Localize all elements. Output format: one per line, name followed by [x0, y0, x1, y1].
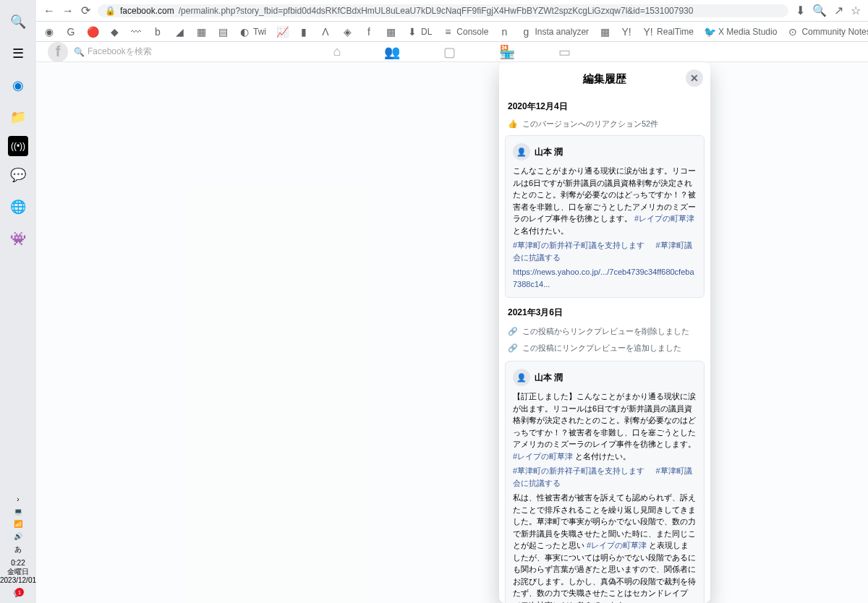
url-bar[interactable]: 🔒 facebook.com/permalink.php?story_fbid=… [98, 4, 788, 17]
hashtag-link[interactable]: #レイプの町草津 [634, 214, 694, 223]
bookmark-item[interactable]: 🔴 [87, 26, 98, 38]
app-icon-1[interactable]: ((•)) [8, 136, 28, 156]
history-note: 🔗この投稿からリンクプレビューを削除しました [505, 323, 705, 340]
bookmark-item[interactable]: 🐦X Media Studio [704, 26, 777, 38]
bookmark-item[interactable]: ◉ [43, 26, 55, 38]
chevron-icon[interactable]: › [17, 495, 19, 503]
author-name[interactable]: 山本 潤 [535, 371, 563, 384]
bookmark-item[interactable]: n [498, 26, 510, 38]
bookmark-item[interactable]: ◈ [341, 26, 353, 38]
bookmark-icon: n [498, 26, 510, 38]
bookmark-item[interactable]: Y!RealTime [642, 26, 694, 38]
modal-header: 編集履歴 ✕ [499, 62, 710, 96]
author-name[interactable]: 山本 潤 [535, 145, 563, 158]
bookmark-item[interactable]: Y! [621, 26, 632, 38]
home-icon[interactable]: ⌂ [333, 44, 341, 60]
hashtag-link[interactable]: #草津町の新井祥子町議を支持します [513, 241, 644, 249]
bookmark-item[interactable]: ▮ [298, 26, 310, 38]
bookmark-item[interactable]: 〰 [130, 26, 142, 38]
bookmark-label: X Media Studio [718, 27, 777, 37]
note-text: この投稿からリンクプレビューを削除しました [522, 326, 689, 337]
url-path: /permalink.php?story_fbid=pfbid0d4dsRKfC… [179, 6, 694, 16]
bookmark-item[interactable]: Λ [320, 26, 331, 38]
taskbar-clock[interactable]: 0:22 金曜日 2023/12/01 [0, 559, 36, 585]
share-icon[interactable]: ↗ [834, 4, 843, 17]
content-area: 編集履歴 ✕ 2020年12月4日 👍このバージョンへのリアクション52件 👤 … [36, 62, 868, 603]
time-text: 0:22 [0, 559, 36, 568]
edge-icon[interactable]: ◉ [5, 72, 31, 98]
search-icon[interactable]: 🔍 [5, 9, 31, 35]
back-icon[interactable]: ← [43, 4, 55, 17]
bookmark-item[interactable]: ▤ [217, 26, 229, 38]
bookmark-label: Community Notes [801, 27, 868, 37]
hashtag-link[interactable]: #レイプの町草津 [587, 541, 647, 549]
bookmark-item[interactable]: 📈 [276, 26, 288, 38]
bookmark-item[interactable]: ◆ [109, 26, 120, 38]
explorer-icon[interactable]: 📁 [5, 104, 31, 130]
chrome-icon[interactable]: 🌐 [5, 194, 31, 220]
hashtags-row: #草津町の新井祥子町議を支持します #草津町議会に抗議する [513, 465, 697, 489]
os-taskbar: 🔍 ☰ ◉ 📁 ((•)) 💬 🌐 👾 › 💻 📶 🔊 あ 0:22 金曜日 2… [0, 0, 36, 603]
volume-icon[interactable]: 🔊 [14, 532, 22, 540]
history-date: 2020年12月4日 [505, 96, 705, 117]
app-icon-2[interactable]: 💬 [5, 162, 31, 188]
app-icon-3[interactable]: 👾 [5, 226, 31, 252]
groups-icon[interactable]: ▭ [558, 44, 571, 60]
bookmarks-bar: ◉G🔴◆〰b◢▦▤◐Twi📈▮Λ◈f▦⬇DL≡ConsolengInsta an… [36, 22, 868, 42]
bookmark-item[interactable]: ◐Twi [239, 26, 266, 38]
bookmark-label: DL [421, 27, 432, 37]
video-icon[interactable]: ▢ [443, 44, 456, 60]
url-link[interactable]: https://news.yahoo.co.jp/.../7ceb4739c34… [513, 266, 697, 290]
tasks-icon[interactable]: ☰ [5, 40, 31, 67]
bookmark-item[interactable]: ◢ [174, 26, 185, 38]
tray-icon-1[interactable]: 💻 [14, 508, 22, 516]
bookmark-icon: ▦ [195, 26, 207, 38]
bookmark-item[interactable]: gInsta analyzer [520, 26, 589, 38]
version-body-2: 私は、性被害者が被害を訴えても認められず、訴えたことで排斥されることを繰り返し見… [513, 492, 697, 603]
zoom-icon[interactable]: 🔍 [812, 4, 827, 17]
note-text: この投稿にリンクプレビューを追加しました [522, 343, 681, 354]
ime-icon[interactable]: あ [14, 544, 22, 555]
bookmark-item[interactable]: ⬇DL [407, 26, 432, 38]
bookmark-icon: ◐ [239, 26, 250, 38]
avatar[interactable]: 👤 [513, 369, 530, 386]
bookmark-item[interactable]: ⊙Community Notes [787, 26, 868, 38]
download-icon[interactable]: ⬇ [796, 4, 805, 17]
history-section: 2021年3月6日 🔗この投稿からリンクプレビューを削除しました🔗この投稿にリン… [505, 302, 705, 603]
star-icon[interactable]: ☆ [851, 4, 861, 17]
hashtag-link[interactable]: #レイプの町草津 [513, 452, 573, 461]
friends-icon[interactable]: 👥 [384, 44, 400, 60]
bookmark-icon: f [363, 26, 375, 38]
fb-search[interactable]: 🔍 Facebookを検索 [74, 46, 152, 58]
tray-icon-2[interactable]: 📶 [14, 520, 22, 528]
bookmark-item[interactable]: b [152, 26, 163, 38]
fb-logo[interactable]: f [48, 42, 68, 62]
hashtag-link[interactable]: #草津町の新井祥子町議を支持します [513, 466, 644, 475]
bookmark-item[interactable]: ▦ [599, 26, 610, 38]
history-section: 2020年12月4日 👍このバージョンへのリアクション52件 👤 山本 潤 こん… [505, 96, 705, 298]
bookmark-item[interactable]: f [363, 26, 375, 38]
version-body: こんなことがまかり通る現状に涙が出ます。リコールは6日ですが新井議員の議員資格剥… [513, 165, 697, 236]
bookmark-item[interactable]: ▦ [195, 26, 207, 38]
bookmark-icon: Λ [320, 26, 331, 38]
modal-close-button[interactable]: ✕ [686, 69, 703, 87]
bookmark-item[interactable]: G [65, 26, 77, 38]
market-icon[interactable]: 🏪 [499, 44, 515, 60]
avatar[interactable]: 👤 [513, 143, 530, 161]
edit-history-modal: 編集履歴 ✕ 2020年12月4日 👍このバージョンへのリアクション52件 👤 … [499, 62, 710, 603]
modal-body[interactable]: 2020年12月4日 👍このバージョンへのリアクション52件 👤 山本 潤 こん… [499, 96, 710, 603]
history-note: 🔗この投稿にリンクプレビューを追加しました [505, 340, 705, 356]
note-icon: 🔗 [508, 327, 518, 336]
notifications-icon[interactable]: 💬1 [14, 589, 22, 597]
reload-icon[interactable]: ⟳ [81, 4, 90, 17]
day-text: 金曜日 [0, 568, 36, 576]
version-body: 【訂正しました】こんなことがまかり通る現状に涙が出ます。リコールは6日ですが新井… [513, 390, 697, 462]
modal-overlay[interactable] [36, 62, 868, 603]
bookmark-icon: ◢ [174, 26, 185, 38]
bookmark-icon: ⊙ [787, 26, 799, 38]
forward-icon[interactable]: → [62, 4, 74, 17]
search-icon: 🔍 [74, 47, 85, 57]
bookmark-item[interactable]: ≡Console [442, 26, 488, 38]
bookmark-icon: ▤ [217, 26, 229, 38]
bookmark-item[interactable]: ▦ [385, 26, 396, 38]
